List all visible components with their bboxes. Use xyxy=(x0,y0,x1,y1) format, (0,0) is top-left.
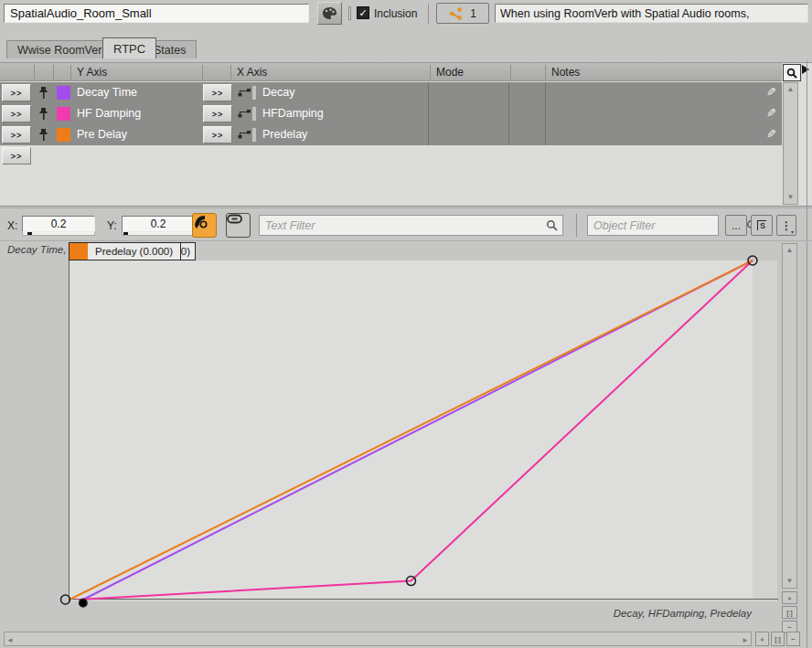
toolbar-grip xyxy=(348,6,351,20)
scroll-down-icon[interactable]: ▼ xyxy=(783,576,796,587)
graph-vertical-scrollbar[interactable]: ▲ ▼ xyxy=(782,243,797,589)
rtpc-curves-canvas[interactable] xyxy=(69,260,778,611)
search-icon xyxy=(786,68,797,79)
rtpc-curve-graph[interactable] xyxy=(69,260,777,601)
curve-point[interactable] xyxy=(61,595,70,604)
text-filter-input[interactable] xyxy=(260,219,546,232)
col-header-notes[interactable]: Notes xyxy=(551,66,580,79)
edit-notes-icon[interactable]: ✎ xyxy=(766,85,776,99)
more-options-button[interactable]: ... xyxy=(725,215,747,236)
game-parameter-icon xyxy=(238,87,251,98)
table-row[interactable]: >> Pre Delay >> Predelay ✎ xyxy=(0,124,782,145)
expand-y-button[interactable]: >> xyxy=(2,105,31,122)
curve-pre-delay[interactable] xyxy=(69,260,753,600)
share-references-icon xyxy=(449,7,463,20)
y-param-name: Pre Delay xyxy=(77,128,127,141)
object-filter-field xyxy=(587,215,719,236)
x-coord-label: X: xyxy=(7,219,17,232)
y-coord-label: Y: xyxy=(107,219,117,232)
add-rtpc-button[interactable]: >> xyxy=(2,147,31,165)
link-icon xyxy=(227,214,242,224)
palette-icon xyxy=(322,6,337,20)
pin-icon[interactable] xyxy=(38,107,48,121)
curve-color-swatch[interactable] xyxy=(57,128,70,142)
search-icon xyxy=(546,219,558,231)
selected-curve-point[interactable] xyxy=(80,600,87,607)
designer-sync-icon: S xyxy=(757,220,766,230)
y-param-name: HF Damping xyxy=(77,107,141,120)
game-parameter-icon xyxy=(238,129,251,140)
pin-icon[interactable] xyxy=(38,128,48,142)
expand-y-button[interactable]: >> xyxy=(2,84,31,101)
link-indicator-button[interactable] xyxy=(226,213,251,238)
tooltip-curve-swatch xyxy=(69,243,88,260)
point-x-input[interactable] xyxy=(22,216,95,232)
curve-toolbar: X: Y: xyxy=(0,207,812,241)
caret-down-icon: ▾ xyxy=(791,228,794,235)
game-parameter-icon xyxy=(238,108,251,119)
zoom-fit-vertical-button[interactable]: [:] xyxy=(782,606,797,619)
references-button[interactable]: 1 xyxy=(436,3,489,24)
edit-notes-icon[interactable]: ✎ xyxy=(766,127,776,141)
curve-color-swatch[interactable] xyxy=(57,107,70,121)
panel-splitter[interactable] xyxy=(807,60,807,648)
reference-count: 1 xyxy=(470,7,476,20)
object-notes-input[interactable] xyxy=(495,4,808,23)
text-filter-field xyxy=(259,215,563,236)
inclusion-checkbox[interactable]: ✓ xyxy=(357,6,369,19)
table-header-row: Y Axis X Axis Mode Notes xyxy=(0,63,782,81)
inclusion-label: Inclusion xyxy=(374,7,417,20)
y-param-name: Decay Time xyxy=(77,86,137,99)
show-in-designer-button[interactable]: S xyxy=(751,215,773,236)
x-param-name: Predelay xyxy=(262,128,307,141)
expand-x-button[interactable]: >> xyxy=(203,84,232,101)
object-name-input[interactable] xyxy=(4,4,309,23)
zoom-in-horizontal-button[interactable]: ＋ xyxy=(755,632,769,646)
col-header-mode[interactable]: Mode xyxy=(436,66,464,79)
wwise-rtpc-editor: ✓ Inclusion 1 Wwise RoomVerb RTPC States… xyxy=(0,0,812,648)
table-row[interactable]: >> Decay Time >> Decay ✎ xyxy=(0,82,782,103)
view-menu-button[interactable]: ⋮ ▾ xyxy=(776,215,796,236)
expand-x-button[interactable]: >> xyxy=(203,126,232,143)
separator xyxy=(428,4,429,24)
x-mini-slider[interactable] xyxy=(22,232,95,236)
separator xyxy=(576,214,577,237)
graph-x-axis-caption: Decay, HFDamping, Predelay xyxy=(457,608,752,619)
scroll-right-icon[interactable]: ► xyxy=(742,635,749,646)
table-vertical-scrollbar[interactable]: ▲ ▼ xyxy=(783,82,798,205)
curve-points-icon xyxy=(193,214,208,229)
curve-tooltip: Predelay (0.000) xyxy=(69,242,181,260)
scroll-left-icon[interactable]: ◄ xyxy=(6,635,14,646)
curve-points-toggle-button[interactable] xyxy=(192,213,217,238)
pin-icon[interactable] xyxy=(38,86,48,100)
col-header-y-axis[interactable]: Y Axis xyxy=(77,66,107,79)
rtpc-assignment-table: Y Axis X Axis Mode Notes >> Decay Time >… xyxy=(0,62,812,207)
tooltip-value-label: Predelay (0.000) xyxy=(88,246,180,257)
zoom-fit-horizontal-button[interactable]: [:] xyxy=(771,632,785,646)
tab-rtpc[interactable]: RTPC xyxy=(102,37,156,58)
panel-expand-arrow-icon[interactable] xyxy=(802,65,809,74)
y-mini-slider[interactable] xyxy=(122,232,195,236)
point-y-input[interactable] xyxy=(122,216,195,232)
scroll-up-icon[interactable]: ▲ xyxy=(784,84,797,95)
object-filter-input[interactable] xyxy=(588,219,746,232)
x-param-handle xyxy=(252,128,256,142)
curve-color-swatch[interactable] xyxy=(57,86,70,100)
x-param-name: HFDamping xyxy=(262,107,324,120)
col-header-x-axis[interactable]: X Axis xyxy=(237,66,267,79)
scroll-down-icon[interactable]: ▼ xyxy=(784,192,797,203)
zoom-in-vertical-button[interactable]: ＋ xyxy=(782,591,797,604)
table-search-button[interactable] xyxy=(783,64,801,81)
graph-horizontal-scrollbar[interactable]: ◄ ► xyxy=(4,632,752,646)
expand-x-button[interactable]: >> xyxy=(203,105,232,122)
edit-notes-icon[interactable]: ✎ xyxy=(766,106,776,120)
table-row[interactable]: >> HF Damping >> HFDamping ✎ xyxy=(0,103,782,124)
x-param-handle xyxy=(252,107,256,121)
expand-y-button[interactable]: >> xyxy=(2,126,31,143)
x-param-name: Decay xyxy=(262,86,294,99)
x-param-handle xyxy=(252,86,256,100)
zoom-out-horizontal-button[interactable]: − xyxy=(786,632,800,646)
scroll-up-icon[interactable]: ▲ xyxy=(783,245,796,256)
color-palette-button[interactable] xyxy=(317,2,342,25)
